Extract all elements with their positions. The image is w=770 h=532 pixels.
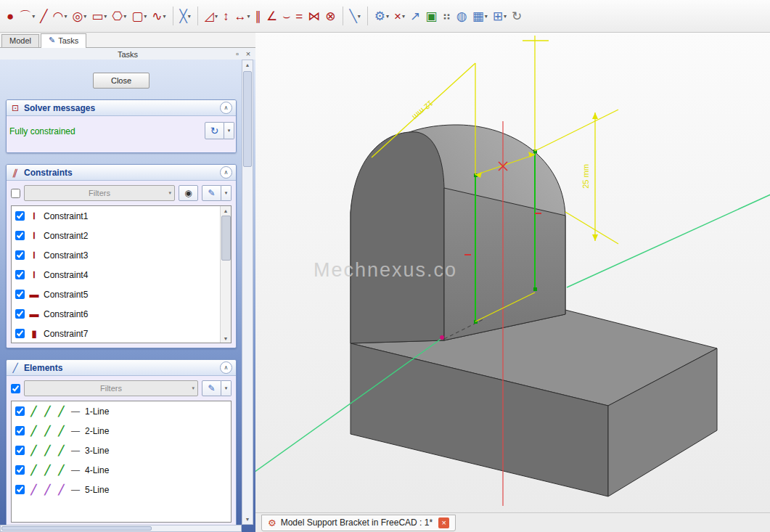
solver-messages-header[interactable]: ⊡ Solver messages ∧ xyxy=(7,100,236,116)
create-polygon-icon[interactable]: ⎔▾ xyxy=(110,5,128,27)
element-list-item[interactable]: ╱ ╱ ╱ — 3-Line xyxy=(12,441,231,460)
elements-settings-dropdown-icon[interactable]: ▾ xyxy=(221,380,232,396)
constraint-list-item[interactable]: ▬ Constraint5 xyxy=(12,285,221,304)
panel-scrollbar[interactable]: ▲ ▼ xyxy=(242,60,253,525)
model-face-upright-left[interactable] xyxy=(351,132,444,343)
panel-hscrollbar[interactable] xyxy=(0,525,242,532)
constraints-scrollbar[interactable]: ▲ ▼ xyxy=(220,206,231,343)
dropdown-arrow-icon[interactable]: ▾ xyxy=(386,13,389,20)
create-circle-icon[interactable]: ◎▾ xyxy=(70,5,89,27)
scroll-thumb[interactable] xyxy=(221,216,231,261)
construction-mode-icon[interactable]: ╳▾ xyxy=(178,5,193,27)
dropdown-arrow-icon[interactable]: ▾ xyxy=(83,13,86,20)
constrain-block-icon[interactable]: ⊗ xyxy=(323,5,337,27)
scroll-up-icon[interactable]: ▲ xyxy=(221,206,231,215)
dropdown-arrow-icon[interactable]: ▾ xyxy=(188,13,191,20)
collapse-icon[interactable]: ∧ xyxy=(220,361,232,374)
constraint-checkbox[interactable] xyxy=(15,250,25,260)
element-checkbox[interactable] xyxy=(15,485,25,494)
tab-model[interactable]: Model xyxy=(1,34,39,47)
constraint-checkbox[interactable] xyxy=(15,290,25,299)
element-checkbox[interactable] xyxy=(15,426,25,435)
create-line-icon[interactable]: ╱ xyxy=(38,5,49,27)
dropdown-arrow-icon[interactable]: ▾ xyxy=(247,13,250,20)
solver-refresh-dropdown-icon[interactable]: ▾ xyxy=(224,122,234,139)
scroll-down-icon[interactable]: ▼ xyxy=(242,515,253,524)
create-rectangle-icon[interactable]: ▭▾ xyxy=(89,5,109,27)
constrain-dimension-icon[interactable]: ◿▾ xyxy=(202,5,220,27)
dimension-label-25[interactable]: 25 mm xyxy=(581,164,590,189)
constraint-checkbox[interactable] xyxy=(15,270,25,279)
grid-icon[interactable]: ▦▾ xyxy=(470,5,490,27)
tab-close-icon[interactable]: × xyxy=(438,517,449,528)
element-list-item[interactable]: ╱ ╱ ╱ — 2-Line xyxy=(12,421,231,441)
render-order-icon[interactable]: ⠶ xyxy=(440,5,453,27)
constrain-angle-icon[interactable]: ∠ xyxy=(264,5,279,27)
constraint-list-item[interactable]: Ⅰ Constraint1 xyxy=(12,206,221,226)
elements-header[interactable]: ╱ Elements ∧ xyxy=(7,360,236,376)
validate-sketch-icon[interactable]: ▣ xyxy=(423,5,439,27)
constrain-parallel-icon[interactable]: ∥ xyxy=(253,5,263,27)
scroll-thumb[interactable] xyxy=(1,526,152,531)
constraint-checkbox[interactable] xyxy=(15,211,25,221)
create-slot-icon[interactable]: ▢▾ xyxy=(129,5,149,27)
constraints-filter-combo[interactable]: Filters ▾ xyxy=(24,185,175,201)
element-list-item[interactable]: ╱ ╱ ╱ — 1-Line xyxy=(12,401,231,421)
constraints-filter-checkbox[interactable] xyxy=(11,189,20,198)
dropdown-arrow-icon[interactable]: ▾ xyxy=(485,13,488,20)
constraint-list-item[interactable]: ▮ Constraint7 xyxy=(12,324,221,343)
scroll-thumb[interactable] xyxy=(243,71,252,167)
constrain-symmetric-icon[interactable]: ⋈ xyxy=(306,5,322,27)
collapse-icon[interactable]: ∧ xyxy=(220,102,232,114)
scroll-down-icon[interactable]: ▼ xyxy=(221,334,231,343)
constraint-tools-icon[interactable]: ⚙▾ xyxy=(372,5,391,27)
elements-settings-icon[interactable]: ✎ xyxy=(202,380,221,396)
reorient-sketch-icon[interactable]: ↗ xyxy=(408,5,422,27)
document-tab[interactable]: ⚙ Model Support Bracket in FreeCAD : 1* … xyxy=(261,515,456,531)
dropdown-arrow-icon[interactable]: ▾ xyxy=(123,13,126,20)
create-conic-icon[interactable]: ⌒▾ xyxy=(17,5,37,27)
dropdown-arrow-icon[interactable]: ▾ xyxy=(504,13,507,20)
dropdown-arrow-icon[interactable]: ▾ xyxy=(144,13,147,20)
dropdown-arrow-icon[interactable]: ▾ xyxy=(402,13,405,20)
dropdown-arrow-icon[interactable]: ▾ xyxy=(163,13,166,20)
dropdown-arrow-icon[interactable]: ▾ xyxy=(104,13,107,20)
viewport-3d[interactable]: Mechnexus.co xyxy=(255,33,770,532)
constraint-list-item[interactable]: Ⅰ Constraint2 xyxy=(12,226,221,245)
constraints-settings-dropdown-icon[interactable]: ▾ xyxy=(221,185,232,201)
create-point-icon[interactable]: ● xyxy=(4,5,16,27)
dimension-label-12[interactable]: 12 mm xyxy=(411,99,435,121)
constrain-distance-x-icon[interactable]: ↔▾ xyxy=(232,5,252,27)
create-arc-icon[interactable]: ◠▾ xyxy=(51,5,70,27)
toggle-driving-constraint-icon[interactable]: ╲▾ xyxy=(348,5,363,27)
elements-filter-combo[interactable]: Filters ▾ xyxy=(24,380,198,396)
constraint-checkbox[interactable] xyxy=(15,231,25,240)
dropdown-arrow-icon[interactable]: ▾ xyxy=(64,13,67,20)
rotate-view-icon[interactable]: ↻ xyxy=(509,5,524,27)
snap-icon[interactable]: ⊞▾ xyxy=(491,5,509,27)
constrain-distance-y-icon[interactable]: ↕ xyxy=(221,5,232,27)
element-checkbox[interactable] xyxy=(15,406,25,416)
constraint-checkbox[interactable] xyxy=(15,329,25,338)
scroll-up-icon[interactable]: ▲ xyxy=(242,60,253,70)
constrain-equal-icon[interactable]: = xyxy=(293,5,305,27)
dock-close-icon[interactable]: × xyxy=(243,49,253,59)
delete-constraint-icon[interactable]: ×▾ xyxy=(392,5,407,27)
dock-float-icon[interactable]: ▫ xyxy=(232,49,242,59)
elements-filter-checkbox[interactable] xyxy=(11,384,20,393)
constraint-list-item[interactable]: Ⅰ Constraint4 xyxy=(12,265,221,285)
constraint-list-item[interactable]: Ⅰ Constraint3 xyxy=(12,245,221,265)
element-checkbox[interactable] xyxy=(15,446,25,455)
support-bracket-upright[interactable] xyxy=(351,125,565,343)
tab-tasks[interactable]: ✎ Tasks xyxy=(41,33,86,48)
constraint-list-item[interactable]: ▬ Constraint6 xyxy=(12,304,221,324)
constraint-checkbox[interactable] xyxy=(15,309,25,319)
element-checkbox[interactable] xyxy=(15,465,25,475)
show-hide-eye-icon[interactable]: ◉ xyxy=(179,185,198,201)
dropdown-arrow-icon[interactable]: ▾ xyxy=(32,13,35,20)
model-canvas[interactable]: Mechnexus.co xyxy=(255,33,770,532)
section-view-icon[interactable]: ◍ xyxy=(454,5,470,27)
constraints-settings-icon[interactable]: ✎ xyxy=(202,185,221,201)
constrain-tangent-icon[interactable]: ⌣ xyxy=(280,5,292,27)
element-list-item[interactable]: ╱ ╱ ╱ — 4-Line xyxy=(12,460,231,480)
